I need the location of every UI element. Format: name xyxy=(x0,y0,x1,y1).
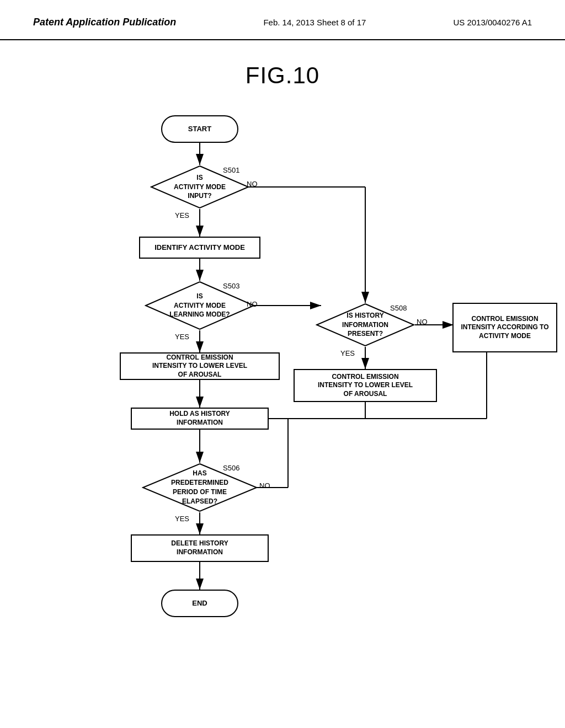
figure-title: FIG.10 xyxy=(0,62,565,89)
flowchart: START S501 IS ACTIVITY MODE INPUT? NO YE… xyxy=(34,105,531,646)
end-terminal: END xyxy=(161,590,238,617)
s510-process: CONTROL EMISSION INTENSITY ACCORDING TO … xyxy=(452,303,557,352)
s503-yes-label: YES xyxy=(175,333,189,341)
header-center: Feb. 14, 2013 Sheet 8 of 17 xyxy=(263,18,366,27)
s503-no-label: NO xyxy=(247,300,258,308)
s502-process: IDENTIFY ACTIVITY MODE xyxy=(139,237,260,259)
s508-yes-label: YES xyxy=(340,349,355,357)
s506-no-label: NO xyxy=(259,481,270,490)
header-left: Patent Application Publication xyxy=(33,17,176,28)
s508-diamond: IS HISTORY INFORMATION PRESENT? xyxy=(316,303,415,347)
s505-process: HOLD AS HISTORY INFORMATION xyxy=(131,408,269,430)
s508-no-label: NO xyxy=(417,318,428,326)
s504-process: CONTROL EMISSION INTENSITY TO LOWER LEVE… xyxy=(120,352,280,380)
header-right: US 2013/0040276 A1 xyxy=(453,18,532,27)
s509-process: CONTROL EMISSION INTENSITY TO LOWER LEVE… xyxy=(294,369,437,402)
start-terminal: START xyxy=(161,115,238,143)
s506-diamond: HAS PREDETERMINED PERIOD OF TIME ELAPSED… xyxy=(142,463,258,512)
page: Patent Application Publication Feb. 14, … xyxy=(0,0,565,728)
s506-yes-label: YES xyxy=(175,515,189,523)
s501-diamond: IS ACTIVITY MODE INPUT? xyxy=(150,165,249,209)
s503-diamond: IS ACTIVITY MODE LEARNING MODE? xyxy=(145,281,255,330)
s501-yes-label: YES xyxy=(175,211,189,220)
arrows-svg xyxy=(34,105,531,646)
header: Patent Application Publication Feb. 14, … xyxy=(0,0,565,40)
s507-process: DELETE HISTORY INFORMATION xyxy=(131,534,269,562)
s501-no-label: NO xyxy=(247,180,258,188)
